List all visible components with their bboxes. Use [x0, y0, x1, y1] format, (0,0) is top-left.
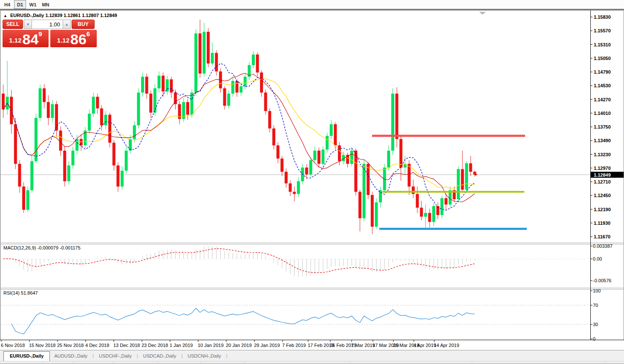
svg-text:7 Mar 2019: 7 Mar 2019	[351, 343, 375, 348]
chart-tab-usdcad[interactable]: USDCAD-,Daily	[139, 352, 181, 361]
tab-separator: |	[92, 352, 95, 361]
timeframe-button-w1[interactable]: W1	[27, 0, 39, 9]
svg-text:1.11670: 1.11670	[594, 234, 610, 239]
svg-text:0.00: 0.00	[593, 256, 602, 261]
tab-separator: |	[225, 352, 228, 361]
buy-price-button[interactable]: 1.12 86 6	[50, 30, 97, 47]
svg-text:20 Jan 2019: 20 Jan 2019	[226, 343, 252, 348]
chart-tab-eurusd[interactable]: EURUSD-,Daily	[3, 351, 50, 361]
chart-ohlc-values: 1.12839 1.12861 1.12807 1.12849	[46, 13, 117, 18]
buy-button[interactable]: BUY	[72, 20, 95, 29]
macd-values: -0.000079 -0.001175	[37, 245, 80, 250]
timeframe-button-d1[interactable]: D1	[14, 0, 26, 9]
volume-input[interactable]	[32, 20, 63, 29]
buy-price-prefix: 1.12	[57, 37, 69, 44]
svg-text:1.14790: 1.14790	[594, 69, 611, 75]
svg-text:10 Jan 2019: 10 Jan 2019	[198, 343, 224, 348]
svg-text:1.14010: 1.14010	[594, 111, 611, 116]
svg-text:29 Jan 2019: 29 Jan 2019	[254, 343, 280, 348]
expand-triangle-icon[interactable]: ▲	[3, 14, 7, 18]
svg-text:70: 70	[593, 303, 598, 308]
chart-tab-usdchf[interactable]: USDCHF-,Daily	[95, 352, 136, 361]
svg-text:1.13490: 1.13490	[594, 138, 611, 143]
timeframe-button-h4[interactable]: H4	[1, 0, 13, 9]
chart-tab-audusd[interactable]: AUDUSD-,Daily	[50, 352, 92, 361]
status-bar-divider	[113, 362, 113, 364]
chart-title-bar: ▲ EURUSD-,Daily 1.12839 1.12861 1.12807 …	[3, 13, 117, 18]
svg-text:1.12190: 1.12190	[594, 207, 611, 212]
svg-text:6 Nov 2018: 6 Nov 2018	[1, 343, 25, 348]
chart-background	[0, 10, 624, 361]
price-chart-canvas[interactable]: 1.158301.155701.153101.150501.147901.145…	[0, 0, 624, 364]
svg-text:1.14530: 1.14530	[594, 83, 611, 88]
svg-text:1.12710: 1.12710	[594, 179, 611, 184]
svg-text:1.12970: 1.12970	[594, 166, 611, 171]
rsi-value: 51.8647	[21, 290, 38, 295]
buy-price-big: 86	[70, 33, 87, 46]
status-bar-divider	[43, 362, 43, 364]
svg-text:15 Nov 2018: 15 Nov 2018	[29, 343, 55, 348]
svg-text:1.14270: 1.14270	[594, 97, 611, 102]
svg-text:30: 30	[593, 322, 598, 327]
svg-text:1.13230: 1.13230	[594, 152, 611, 157]
status-bar-divider	[244, 362, 245, 364]
chart-tab-usdcnh[interactable]: USDCNH-,Daily	[183, 352, 225, 361]
svg-text:1.11930: 1.11930	[594, 221, 610, 226]
chart-tabs-bar: EURUSD-,DailyAUDUSD-,Daily|USDCHF-,Daily…	[0, 350, 624, 361]
volume-increase-button[interactable]: ▲	[63, 20, 71, 29]
svg-text:13 Dec 2018: 13 Dec 2018	[113, 343, 140, 348]
status-bar-divider	[73, 362, 74, 364]
chevron-up-icon: ▲	[65, 23, 69, 26]
svg-text:1 Jan 2019: 1 Jan 2019	[170, 343, 193, 348]
svg-text:1.12450: 1.12450	[594, 193, 611, 198]
sell-button[interactable]: SELL	[3, 20, 23, 29]
svg-text:4 Dec 2018: 4 Dec 2018	[85, 343, 109, 348]
svg-text:25 Nov 2018: 25 Nov 2018	[57, 343, 84, 348]
status-bar-divider	[158, 362, 158, 364]
sell-price-prefix: 1.12	[9, 37, 21, 44]
svg-text:100: 100	[593, 288, 601, 293]
chevron-down-icon: ▼	[26, 23, 30, 26]
svg-text:14 Apr 2019: 14 Apr 2019	[434, 343, 459, 348]
svg-text:1.12849: 1.12849	[594, 172, 611, 178]
status-bar-divider	[200, 362, 201, 364]
svg-text:4 Apr 2019: 4 Apr 2019	[413, 343, 436, 348]
macd-indicator-label: MACD(12,26,9) -0.000079 -0.001175	[3, 245, 81, 250]
svg-text:23 Dec 2018: 23 Dec 2018	[142, 343, 168, 348]
sell-price-button[interactable]: 1.12 84 9	[3, 30, 49, 47]
rsi-indicator-label: RSI(14) 51.8647	[3, 290, 38, 295]
svg-text:1.15310: 1.15310	[594, 42, 611, 47]
svg-text:0.003387: 0.003387	[593, 244, 612, 249]
svg-text:1.15050: 1.15050	[594, 56, 611, 61]
status-bar	[0, 361, 624, 364]
volume-decrease-button[interactable]: ▼	[24, 20, 32, 29]
sell-price-pip: 9	[38, 30, 42, 37]
timeframe-button-mn[interactable]: MN	[40, 0, 52, 9]
sell-price-big: 84	[23, 33, 39, 46]
status-bar-divider	[605, 362, 606, 364]
buy-price-pip: 6	[87, 30, 90, 37]
status-bar-divider	[350, 362, 350, 364]
svg-text:0: 0	[593, 336, 595, 341]
svg-text:7 Feb 2019: 7 Feb 2019	[282, 343, 306, 348]
status-bar-divider	[472, 362, 472, 364]
svg-text:1.15570: 1.15570	[594, 28, 611, 33]
terminal-window: 1.158301.155701.153101.150501.147901.145…	[0, 0, 624, 364]
one-click-trading-panel: SELL ▼ ▲ BUY 1.12 84 9 1.12 86 6	[3, 20, 97, 47]
chart-symbol-label: EURUSD-,Daily	[10, 13, 44, 18]
tab-separator: |	[136, 352, 139, 361]
svg-text:1.15830: 1.15830	[594, 14, 611, 20]
svg-text:-0.00576: -0.00576	[593, 278, 611, 283]
timeframe-toolbar: H4D1W1MN	[0, 0, 624, 10]
tab-separator: |	[180, 352, 183, 361]
svg-text:1.13750: 1.13750	[594, 124, 611, 129]
